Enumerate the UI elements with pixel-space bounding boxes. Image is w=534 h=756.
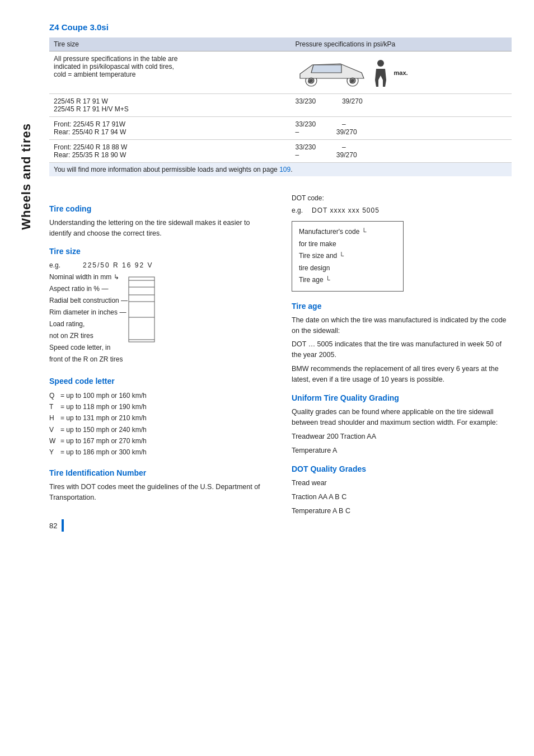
tread-wear: Tread wear <box>292 478 512 489</box>
tire-table: Tire size Pressure specifications in psi… <box>49 37 512 176</box>
label-6: Speed code letter, in <box>49 342 128 354</box>
page-container: Wheels and tires Z4 Coupe 3.0si Tire siz… <box>0 0 534 756</box>
dot-eg-value: DOT xxxx xxx 5005 <box>312 206 380 214</box>
label-4: Load rating, <box>49 318 128 330</box>
tire-size-diagram: e.g. 225/50 R 16 92 V Nominal width in m… <box>49 261 269 365</box>
speed-H-desc: = up to 131 mph or 210 km/h <box>60 412 147 424</box>
label-1: Aspect ratio in % — <box>49 283 128 295</box>
tire-age-text2: DOT … 5005 indicates that the tire was m… <box>292 339 512 360</box>
label-3: Rim diameter in inches — <box>49 307 128 318</box>
speed-row-Q: Q = up to 100 mph or 160 km/h <box>49 390 269 401</box>
speed-row-H: H = up to 131 mph or 210 km/h <box>49 412 269 424</box>
tire-size-2: Front: 225/45 R 17 91WRear: 255/40 R 17 … <box>49 117 291 140</box>
pressure-1: 33/230 39/270 <box>291 94 512 117</box>
car-illustration: ⊕ ⊕ max. <box>296 55 508 90</box>
uniform-title: Uniform Tire Quality Grading <box>292 393 512 402</box>
svg-text:⊕: ⊕ <box>349 79 354 84</box>
table-row-desc: All pressure specifications in the table… <box>49 51 512 94</box>
model-title: Z4 Coupe 3.0si <box>49 22 512 32</box>
label-5: not on ZR tires <box>49 330 128 342</box>
pressure-2: 33/230 –– 39/270 <box>291 117 512 140</box>
svg-point-8 <box>377 60 384 67</box>
temperature: Temperature A <box>292 445 512 456</box>
person-icon-svg <box>373 59 388 87</box>
eg-code: 225/50 R 16 92 V <box>83 261 153 269</box>
max-label: max. <box>394 69 408 76</box>
pressure-header: Pressure specifications in psi/kPa <box>296 40 508 48</box>
tire-age-text1: The date on which the tire was manufactu… <box>292 315 512 336</box>
tire-coding-title: Tire coding <box>49 204 269 213</box>
speed-V: V <box>49 424 58 435</box>
col-right: DOT code: e.g. DOT xxxx xxx 5005 Manufac… <box>292 193 512 532</box>
speed-Y-desc: = up to 186 mph or 300 km/h <box>60 447 147 458</box>
labels-bracket: Nominal width in mm ↳ Aspect ratio in % … <box>49 271 269 365</box>
speed-T-desc: = up to 118 mph or 190 km/h <box>60 401 147 412</box>
car-illustration-cell: ⊕ ⊕ max. <box>291 51 512 94</box>
svg-rect-15 <box>129 277 154 342</box>
page-number-container: 82 <box>49 519 269 532</box>
sidebar: Wheels and tires <box>0 0 38 756</box>
table-note-row: You will find more information about per… <box>49 163 512 177</box>
table-row-3: Front: 225/40 R 18 88 WRear: 255/35 R 18… <box>49 140 512 163</box>
dot-tire-age: Tire age └ <box>299 274 396 287</box>
table-row-1: 225/45 R 17 91 W225/45 R 17 91 H/V M+S 3… <box>49 94 512 117</box>
dot-mfr-make: for tire make <box>299 238 396 251</box>
two-col-layout: Tire coding Understanding the lettering … <box>49 193 512 532</box>
tire-size-1: 225/45 R 17 91 W225/45 R 17 91 H/V M+S <box>49 94 291 117</box>
speed-W: W <box>49 435 58 447</box>
speed-Q: Q <box>49 390 58 401</box>
page-bar <box>62 519 64 532</box>
tire-size-3: Front: 225/40 R 18 88 WRear: 255/35 R 18… <box>49 140 291 163</box>
dot-tire-size: Tire size and └ <box>299 250 396 262</box>
sidebar-label: Wheels and tires <box>19 123 34 230</box>
dot-eg-label: e.g. <box>292 206 303 214</box>
dot-quality-title: DOT Quality Grades <box>292 464 512 473</box>
speed-row-W: W = up to 167 mph or 270 km/h <box>49 435 269 447</box>
eg-label-left: e.g. <box>49 261 66 269</box>
car-svg: ⊕ ⊕ <box>296 57 368 88</box>
dot-eg-row: e.g. DOT xxxx xxx 5005 <box>292 206 512 214</box>
uniform-text: Quality grades can be found where applic… <box>292 407 512 428</box>
col-left: Tire coding Understanding the lettering … <box>49 193 269 532</box>
speed-T: T <box>49 401 58 412</box>
page-num: 82 <box>49 522 57 530</box>
pressure-3: 33/230 –– 39/270 <box>291 140 512 163</box>
tin-text: Tires with DOT codes meet the guidelines… <box>49 482 269 503</box>
speed-W-desc: = up to 167 mph or 270 km/h <box>60 435 147 447</box>
col1-header: Tire size <box>49 37 291 51</box>
tire-size-title: Tire size <box>49 247 269 256</box>
table-note: You will find more information about per… <box>49 163 512 177</box>
svg-text:⊕: ⊕ <box>307 79 312 84</box>
speed-H: H <box>49 412 58 424</box>
speed-row-T: T = up to 118 mph or 190 km/h <box>49 401 269 412</box>
tin-title: Tire Identification Number <box>49 468 269 477</box>
table-row-2: Front: 225/45 R 17 91WRear: 255/40 R 17 … <box>49 117 512 140</box>
dot-code-label: DOT code: <box>292 193 512 203</box>
tire-desc-cell: All pressure specifications in the table… <box>49 51 291 94</box>
tire-age-title: Tire age <box>292 302 512 311</box>
speed-table: Q = up to 100 mph or 160 km/h T = up to … <box>49 390 269 458</box>
main-content: Z4 Coupe 3.0si Tire size Pressure specif… <box>38 0 534 756</box>
dot-diagram-box: Manufacturer's code └ for tire make Tire… <box>292 221 404 292</box>
speed-V-desc: = up to 150 mph or 240 km/h <box>60 424 147 435</box>
dot-tire-design: tire design <box>299 262 396 275</box>
speed-code-title: Speed code letter <box>49 377 269 386</box>
label-7: front of the R on ZR tires <box>49 354 128 365</box>
col2-header: Pressure specifications in psi/kPa <box>291 37 512 51</box>
tire-coding-intro: Understanding the lettering on the tire … <box>49 218 269 239</box>
treadwear: Treadwear 200 Traction AA <box>292 431 512 442</box>
traction: Traction AA A B C <box>292 492 512 503</box>
temp: Temperature A B C <box>292 506 512 516</box>
eg-row: e.g. 225/50 R 16 92 V <box>49 261 269 269</box>
speed-row-Y: Y = up to 186 mph or 300 km/h <box>49 447 269 458</box>
dot-diagram-area: e.g. DOT xxxx xxx 5005 Manufacturer's co… <box>292 206 512 292</box>
label-0: Nominal width in mm ↳ <box>49 271 128 283</box>
label-2: Radial belt construction — <box>49 295 128 307</box>
speed-row-V: V = up to 150 mph or 240 km/h <box>49 424 269 435</box>
tire-age-text3: BMW recommends the replacement of all ti… <box>292 364 512 385</box>
speed-Y: Y <box>49 447 58 458</box>
left-labels: Nominal width in mm ↳ Aspect ratio in % … <box>49 271 128 365</box>
bracket-svg <box>128 273 156 345</box>
dot-mfr-code: Manufacturer's code └ <box>299 226 396 238</box>
speed-Q-desc: = up to 100 mph or 160 km/h <box>60 390 147 401</box>
